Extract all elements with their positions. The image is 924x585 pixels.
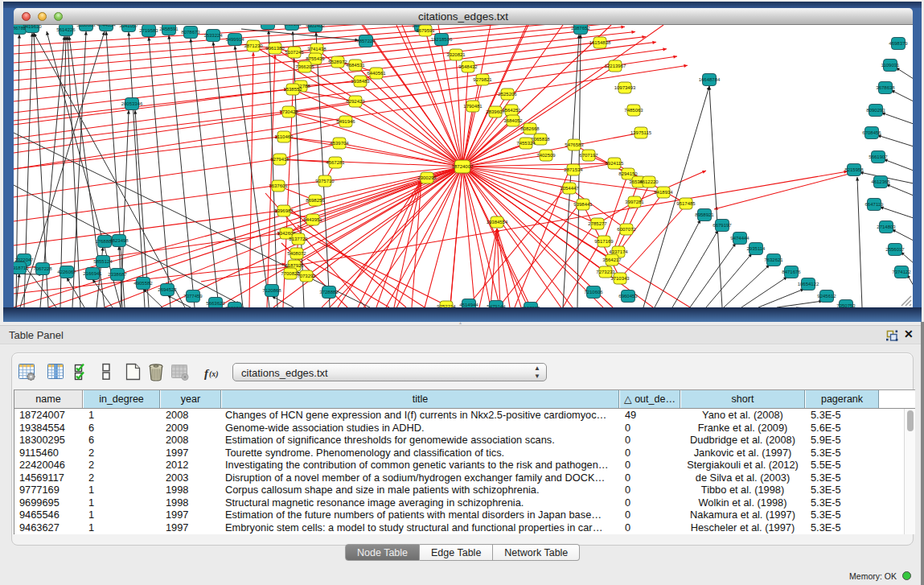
svg-text:8215958: 8215958 — [844, 167, 864, 172]
svg-text:2166941: 2166941 — [83, 271, 102, 276]
svg-text:1790481: 1790481 — [463, 104, 483, 109]
svg-text:5476583: 5476583 — [565, 142, 584, 147]
svg-text:2694522: 2694522 — [158, 287, 177, 292]
svg-text:3741438: 3741438 — [307, 47, 326, 51]
svg-text:2935114: 2935114 — [747, 246, 766, 251]
svg-text:9279821: 9279821 — [473, 77, 492, 82]
svg-text:8698256: 8698256 — [306, 198, 325, 203]
svg-text:6679197: 6679197 — [713, 223, 732, 228]
svg-text:2719583: 2719583 — [139, 28, 158, 33]
svg-text:7402509: 7402509 — [536, 153, 556, 158]
svg-text:2338687: 2338687 — [108, 272, 127, 277]
svg-text:8471676: 8471676 — [782, 270, 801, 274]
svg-text:20053346: 20053346 — [121, 101, 143, 106]
svg-text:7350753: 7350753 — [836, 303, 856, 307]
svg-text:2197935: 2197935 — [521, 306, 540, 307]
svg-text:6960453: 6960453 — [618, 294, 638, 299]
svg-text:4226067: 4226067 — [57, 270, 76, 274]
svg-text:16154838: 16154838 — [589, 40, 611, 45]
svg-text:6007072: 6007072 — [617, 227, 636, 232]
svg-text:4539704: 4539704 — [330, 141, 349, 146]
svg-text:5491946: 5491946 — [336, 119, 355, 124]
svg-text:7067228: 7067228 — [33, 266, 52, 271]
svg-text:7073292: 7073292 — [297, 274, 316, 278]
svg-text:3728882: 3728882 — [319, 290, 339, 295]
svg-text:4744854: 4744854 — [97, 25, 116, 27]
svg-text:1499914: 1499914 — [225, 37, 244, 42]
svg-text:16648784: 16648784 — [699, 77, 721, 82]
svg-text:9398441: 9398441 — [573, 202, 593, 207]
svg-text:7374122: 7374122 — [892, 270, 911, 274]
svg-text:4612365: 4612365 — [871, 179, 890, 184]
svg-text:12213967: 12213967 — [605, 64, 626, 68]
svg-text:9961380: 9961380 — [265, 46, 285, 51]
svg-text:1419610: 1419610 — [23, 25, 42, 29]
svg-text:5443951: 5443951 — [303, 217, 322, 222]
svg-text:3678638: 3678638 — [876, 85, 895, 90]
svg-text:8612220: 8612220 — [639, 179, 659, 184]
svg-text:7273233: 7273233 — [596, 270, 615, 274]
svg-text:5479144: 5479144 — [487, 304, 506, 307]
svg-text:7485063: 7485063 — [624, 108, 643, 113]
svg-text:5418934: 5418934 — [654, 190, 673, 195]
svg-text:9375710: 9375710 — [315, 179, 335, 183]
svg-text:4684531: 4684531 — [346, 63, 365, 68]
svg-text:8755439: 8755439 — [306, 56, 325, 61]
svg-text:9474444: 9474444 — [730, 236, 749, 241]
svg-text:1109031: 1109031 — [881, 63, 901, 68]
svg-text:7730428: 7730428 — [279, 109, 298, 114]
svg-text:7120868: 7120868 — [262, 288, 281, 293]
svg-text:3396987: 3396987 — [274, 208, 294, 213]
svg-text:8294150: 8294150 — [618, 171, 638, 176]
svg-text:3710343: 3710343 — [610, 276, 630, 281]
svg-text:8078673: 8078673 — [181, 30, 200, 35]
svg-text:4337174: 4337174 — [609, 249, 628, 254]
svg-text:7632621: 7632621 — [764, 257, 783, 262]
svg-text:(x): (x) — [209, 369, 219, 379]
svg-text:3341057: 3341057 — [119, 25, 138, 28]
svg-text:13975115: 13975115 — [630, 130, 652, 135]
svg-text:8187926: 8187926 — [285, 263, 304, 268]
svg-text:4668136: 4668136 — [282, 25, 302, 27]
svg-text:3997281: 3997281 — [625, 200, 644, 204]
svg-text:18724007: 18724007 — [452, 164, 474, 169]
svg-text:3871230: 3871230 — [244, 43, 263, 48]
svg-text:2387652: 2387652 — [571, 26, 590, 31]
svg-text:10973493: 10973493 — [614, 85, 636, 90]
svg-text:4679591: 4679591 — [416, 28, 435, 33]
svg-text:5408072: 5408072 — [287, 251, 306, 256]
svg-text:1938483: 1938483 — [351, 79, 370, 84]
svg-text:1533224: 1533224 — [203, 33, 223, 38]
svg-text:5663623: 5663623 — [206, 301, 225, 306]
svg-text:9548432: 9548432 — [458, 64, 478, 69]
svg-text:3564251: 3564251 — [502, 108, 521, 113]
svg-text:2300293: 2300293 — [417, 175, 437, 180]
svg-text:6707197: 6707197 — [579, 153, 598, 158]
svg-text:7637601: 7637601 — [269, 183, 288, 188]
svg-text:5661907: 5661907 — [869, 154, 888, 159]
svg-text:6647119: 6647119 — [865, 202, 885, 207]
svg-text:5528972: 5528972 — [328, 60, 347, 64]
svg-text:7377459: 7377459 — [183, 294, 203, 299]
svg-text:19384554: 19384554 — [487, 220, 508, 225]
svg-text:5918715: 5918715 — [14, 266, 29, 270]
svg-text:8958921: 8958921 — [695, 212, 714, 217]
svg-text:2525206: 2525206 — [498, 92, 517, 97]
svg-text:9517485: 9517485 — [676, 201, 696, 206]
svg-text:3564217: 3564217 — [602, 257, 622, 262]
svg-text:8082668: 8082668 — [520, 126, 540, 131]
svg-text:5137722: 5137722 — [289, 237, 308, 241]
svg-text:19218506: 19218506 — [431, 37, 453, 42]
svg-text:7366205: 7366205 — [295, 64, 314, 69]
svg-text:4698379: 4698379 — [889, 41, 908, 46]
svg-text:4905582: 4905582 — [133, 281, 153, 286]
svg-text:6292423: 6292423 — [346, 99, 365, 104]
svg-text:2714803: 2714803 — [877, 225, 896, 229]
svg-text:2785277: 2785277 — [588, 221, 607, 226]
svg-text:8090293: 8090293 — [866, 108, 885, 113]
svg-text:2571945: 2571945 — [258, 25, 277, 26]
svg-text:5855124: 5855124 — [93, 259, 113, 264]
svg-text:6708456: 6708456 — [862, 130, 881, 135]
svg-text:2871534: 2871534 — [564, 167, 583, 172]
svg-text:6440561: 6440561 — [367, 71, 386, 76]
